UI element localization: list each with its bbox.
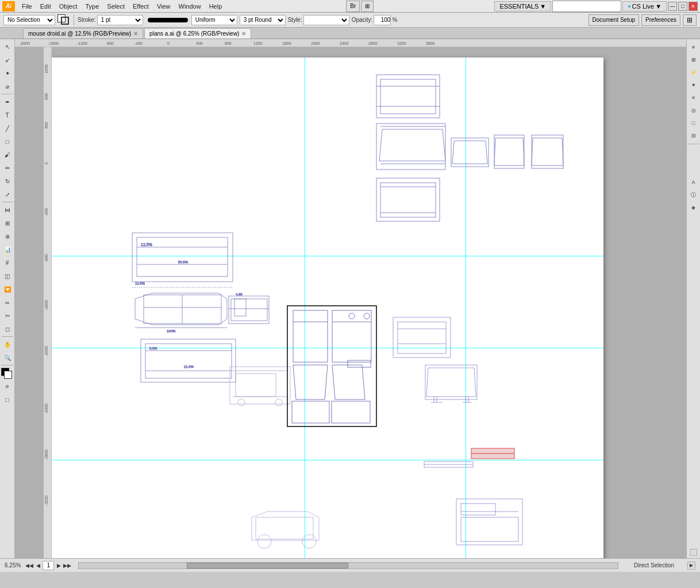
panel-separator (688, 144, 699, 144)
svg-text:5.5%: 5.5% (149, 347, 157, 350)
search-input[interactable] (552, 1, 621, 12)
svg-rect-57 (425, 365, 477, 399)
tool-magic-wand[interactable]: ✦ (1, 67, 14, 79)
essentials-dropdown-arrow: ▼ (540, 3, 546, 10)
opacity-label: Opacity: (352, 17, 373, 23)
tool-screen-mode[interactable]: □ (1, 393, 14, 406)
tool-scissors[interactable]: ✂ (1, 309, 14, 322)
tool-free-transform[interactable]: ⊞ (1, 217, 14, 229)
tool-rect[interactable]: □ (1, 135, 14, 148)
menu-view[interactable]: View (153, 2, 174, 11)
page-input[interactable] (43, 561, 54, 570)
svg-rect-22 (144, 295, 221, 324)
panel-rect-icon[interactable]: □ (688, 117, 699, 129)
menu-type[interactable]: Type (82, 2, 103, 11)
menu-object[interactable]: Object (56, 2, 81, 11)
opacity-input[interactable] (374, 15, 391, 25)
panel-circle-icon[interactable]: ◎ (688, 105, 699, 116)
tool-rotate[interactable]: ↻ (1, 175, 14, 187)
tool-selection[interactable]: ↖ (1, 40, 14, 53)
fill-stroke-indicator[interactable] (57, 14, 70, 26)
tool-line[interactable]: ╱ (1, 122, 14, 134)
window-minimize-button[interactable]: — (668, 2, 677, 11)
panel-nav-icon[interactable]: ◈ (688, 202, 699, 213)
stroke-size-dropdown[interactable]: 3 pt Round (240, 15, 286, 25)
svg-rect-7 (451, 138, 489, 167)
svg-rect-0 (376, 75, 440, 118)
svg-rect-50 (348, 360, 371, 367)
essentials-button[interactable]: ESSENTIALS ▼ (494, 1, 551, 11)
svg-rect-11 (380, 183, 436, 217)
cs-live-button[interactable]: ● CS Live ▼ (622, 1, 667, 11)
document-setup-button[interactable]: Document Setup (589, 14, 640, 26)
panel-info-icon[interactable]: ⓘ (688, 189, 699, 201)
nav-last-button[interactable]: ▶▶ (63, 562, 71, 570)
tool-direct-selection[interactable]: ↙ (1, 53, 14, 66)
panel-brush-icon[interactable]: ⚡ (688, 67, 699, 78)
panel-star-icon[interactable]: ✦ (688, 79, 699, 91)
menu-help[interactable]: Help (206, 2, 226, 11)
tab-close-mouse-droid[interactable]: ✕ (133, 30, 138, 37)
tool-paintbrush[interactable]: 🖌 (1, 148, 14, 161)
tab-mouse-droid[interactable]: mouse droid.ai @ 12.5% (RGB/Preview) ✕ (23, 28, 143, 39)
tool-hand[interactable]: ✋ (1, 338, 14, 351)
menu-file[interactable]: File (18, 2, 36, 11)
window-close-button[interactable]: ✕ (689, 2, 698, 11)
panel-text-icon[interactable]: A (688, 176, 699, 188)
panel-layers-icon[interactable]: ≡ (688, 41, 699, 53)
canvas-area[interactable]: -2000 -1600 -1200 -800 -400 0 400 800 12… (15, 39, 686, 558)
tool-eraser[interactable]: ◻ (1, 322, 14, 335)
tool-pencil[interactable]: ✏ (1, 162, 14, 174)
tab-plans-a[interactable]: plans a.ai @ 6.25% (RGB/Preview) ✕ (144, 28, 251, 39)
window-restore-button[interactable]: □ (678, 2, 687, 11)
tool-column-graph[interactable]: 📊 (1, 243, 14, 256)
nav-first-button[interactable]: ◀◀ (25, 562, 33, 570)
panel-table-icon[interactable]: ⊞ (688, 54, 699, 66)
svg-rect-42 (236, 374, 276, 397)
tool-mesh[interactable]: # (1, 256, 14, 269)
tab-close-plans-a[interactable]: ✕ (241, 30, 246, 37)
svg-rect-74 (256, 517, 313, 539)
menu-select[interactable]: Select (103, 2, 128, 11)
bridge-button[interactable]: Br (346, 1, 360, 12)
stroke-weight-dropdown[interactable]: 1 pt (97, 15, 143, 25)
artboard: 1000 800 600 0 -400 -800 -1600 -2000 -24… (52, 57, 603, 558)
status-arrow-button[interactable]: ▶ (687, 562, 695, 570)
canvas-content[interactable]: 1000 800 600 0 -400 -800 -1600 -2000 -24… (23, 47, 686, 558)
svg-rect-14 (132, 233, 233, 282)
background-color[interactable] (4, 371, 12, 379)
tool-separator-3 (2, 336, 13, 337)
svg-rect-9 (532, 135, 563, 168)
tool-lasso[interactable]: ⌀ (1, 80, 14, 93)
scroll-bar-h[interactable] (78, 562, 618, 569)
nav-prev-button[interactable]: ◀ (34, 562, 42, 570)
tool-type[interactable]: T (1, 109, 14, 121)
svg-point-41 (275, 399, 282, 406)
menu-window[interactable]: Window (175, 2, 205, 11)
stroke-type-dropdown[interactable]: Uniform (191, 15, 237, 25)
svg-rect-32 (145, 344, 232, 378)
app-logo: Ai (2, 1, 15, 11)
tool-symbol-sprayer[interactable]: ⊛ (1, 230, 14, 243)
arrange-button[interactable]: ⊞ (683, 14, 697, 26)
tool-blend[interactable]: ∞ (1, 296, 14, 309)
tool-eyedropper[interactable]: 🔽 (1, 283, 14, 295)
tool-zoom[interactable]: 🔍 (1, 351, 14, 364)
nav-next-button[interactable]: ▶ (55, 562, 63, 570)
color-selector[interactable] (1, 368, 14, 379)
panel-lines-icon[interactable]: ≡ (688, 92, 699, 103)
style-dropdown[interactable] (303, 15, 349, 25)
svg-text:12.5%: 12.5% (141, 243, 152, 247)
preferences-button[interactable]: Preferences (641, 14, 680, 26)
panel-align-icon[interactable]: ⊟ (688, 130, 699, 141)
tool-none[interactable]: ⊘ (1, 380, 14, 393)
tool-scale[interactable]: ⤢ (1, 188, 14, 201)
tool-gradient[interactable]: ◫ (1, 270, 14, 282)
menu-edit[interactable]: Edit (37, 2, 55, 11)
menu-effect[interactable]: Effect (129, 2, 152, 11)
workspace-button[interactable]: ⊞ (361, 1, 374, 12)
selection-dropdown[interactable]: No Selection (3, 15, 55, 25)
options-bar: No Selection Stroke: 1 pt Uniform 3 pt R… (0, 13, 700, 28)
tool-warp[interactable]: ⋈ (1, 203, 14, 216)
tool-pen[interactable]: ✒ (1, 95, 14, 108)
